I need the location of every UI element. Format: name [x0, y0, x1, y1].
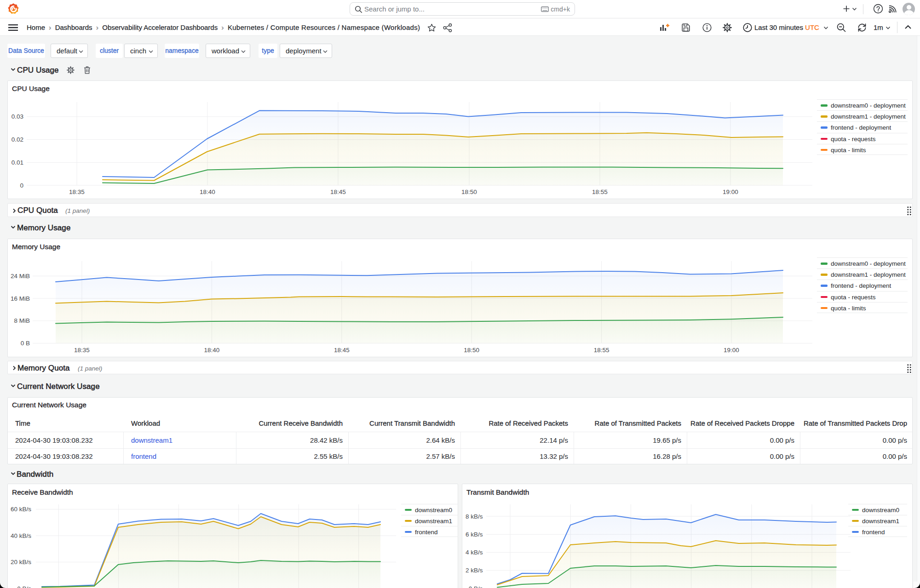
svg-text:18:45: 18:45 — [330, 188, 346, 195]
svg-text:4 kB/s: 4 kB/s — [466, 549, 483, 556]
svg-text:16 MiB: 16 MiB — [11, 295, 30, 302]
svg-text:19:00: 19:00 — [723, 188, 738, 195]
svg-text:0 B/s: 0 B/s — [469, 585, 483, 588]
svg-text:0.01: 0.01 — [12, 159, 23, 166]
svg-text:2 kB/s: 2 kB/s — [466, 567, 483, 574]
svg-text:20 kB/s: 20 kB/s — [11, 559, 31, 565]
svg-text:24 MiB: 24 MiB — [11, 273, 30, 280]
svg-text:18:50: 18:50 — [461, 188, 477, 195]
svg-text:6 kB/s: 6 kB/s — [466, 531, 483, 538]
svg-text:8 kB/s: 8 kB/s — [466, 513, 483, 520]
svg-text:18:40: 18:40 — [204, 347, 220, 354]
svg-text:19:00: 19:00 — [724, 347, 739, 354]
svg-text:18:35: 18:35 — [69, 188, 85, 195]
svg-text:18:40: 18:40 — [200, 188, 215, 195]
svg-text:18:50: 18:50 — [464, 347, 479, 354]
svg-text:18:45: 18:45 — [334, 347, 350, 354]
svg-text:0 B: 0 B — [21, 340, 30, 347]
svg-text:0: 0 — [20, 182, 23, 189]
svg-text:0.02: 0.02 — [12, 136, 23, 143]
svg-text:18:35: 18:35 — [74, 347, 90, 354]
svg-text:60 kB/s: 60 kB/s — [11, 506, 31, 513]
svg-text:8 MiB: 8 MiB — [14, 317, 30, 324]
svg-text:0 B/s: 0 B/s — [17, 585, 31, 588]
svg-text:0.03: 0.03 — [12, 113, 23, 120]
svg-text:18:55: 18:55 — [594, 347, 610, 354]
svg-text:18:55: 18:55 — [592, 188, 608, 195]
svg-text:40 kB/s: 40 kB/s — [11, 532, 31, 539]
